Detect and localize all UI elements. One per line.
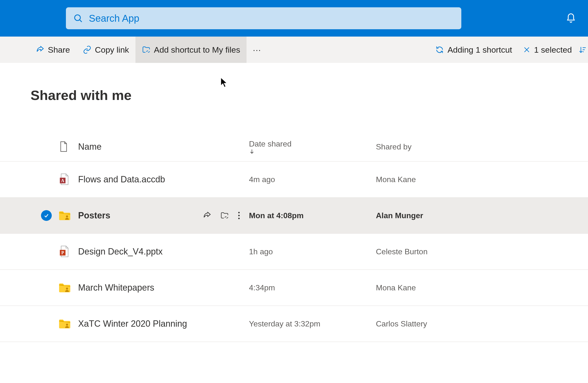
table-header-row: Name Date shared Shared by (0, 132, 588, 162)
date-shared: 1h ago (249, 247, 376, 256)
powerpoint-icon: P (59, 246, 78, 258)
copy-link-label: Copy link (95, 45, 129, 55)
command-bar: Share Copy link Add shortcut to My files… (0, 37, 588, 63)
folder-user-icon (59, 283, 78, 293)
svg-text:A: A (61, 178, 64, 183)
shared-by: Mona Kane (376, 283, 588, 292)
svg-point-0 (75, 15, 80, 20)
search-icon (73, 13, 83, 23)
shared-by: Mona Kane (376, 175, 588, 184)
search-input[interactable] (89, 13, 454, 24)
selected-count-label: 1 selected (534, 45, 572, 55)
file-icon (59, 141, 78, 153)
sort-arrow-down-icon (249, 149, 376, 154)
table-row[interactable]: A Flows and Data.accdb4m agoMona Kane (0, 162, 588, 198)
date-shared: Yesterday at 3:32pm (249, 319, 376, 328)
copy-link-button[interactable]: Copy link (76, 37, 135, 63)
svg-point-13 (238, 215, 240, 216)
search-box[interactable] (66, 7, 461, 29)
file-name[interactable]: Posters (78, 211, 110, 221)
folder-link-icon[interactable] (220, 211, 229, 220)
app-header (0, 0, 588, 37)
svg-point-11 (66, 215, 68, 217)
table-row[interactable]: Posters Mon at 4:08pmAlan Munger (0, 198, 588, 234)
notifications-icon[interactable] (566, 13, 576, 24)
svg-text:P: P (61, 250, 64, 255)
table-row[interactable]: P Design Deck_V4.pptx1h agoCeleste Burto… (0, 234, 588, 270)
file-name[interactable]: Design Deck_V4.pptx (78, 247, 163, 257)
shared-by: Alan Munger (376, 211, 588, 220)
more-icon[interactable] (238, 211, 240, 220)
sync-icon (435, 45, 444, 54)
svg-point-17 (66, 288, 68, 290)
svg-point-14 (238, 218, 240, 219)
col-name-label[interactable]: Name (78, 142, 102, 152)
close-icon (523, 46, 531, 54)
sort-button[interactable] (577, 37, 588, 63)
share-icon (36, 45, 44, 54)
more-label: ··· (253, 45, 261, 55)
link-icon (83, 45, 91, 54)
checkmark-icon[interactable] (41, 210, 52, 221)
date-shared: Mon at 4:08pm (249, 211, 376, 220)
share-button[interactable]: Share (29, 37, 76, 63)
col-date-label[interactable]: Date shared (249, 139, 292, 148)
col-sharedby-label[interactable]: Shared by (376, 142, 412, 151)
file-name[interactable]: XaTC Winter 2020 Planning (78, 319, 187, 329)
svg-point-12 (238, 212, 240, 213)
folder-user-icon (59, 211, 78, 221)
folder-link-icon (142, 45, 151, 54)
shared-by: Carlos Slattery (376, 319, 588, 328)
file-table: Name Date shared Shared by A Flows and D… (0, 132, 588, 342)
adding-shortcut-status: Adding 1 shortcut (430, 37, 517, 63)
more-button[interactable]: ··· (247, 37, 268, 63)
access-icon: A (59, 173, 78, 186)
page-title: Shared with me (0, 63, 588, 103)
add-shortcut-label: Add shortcut to My files (154, 45, 240, 55)
shared-by: Celeste Burton (376, 247, 588, 256)
svg-point-18 (66, 324, 68, 326)
file-name[interactable]: March Whitepapers (78, 283, 154, 293)
table-row[interactable]: XaTC Winter 2020 PlanningYesterday at 3:… (0, 306, 588, 342)
adding-shortcut-label: Adding 1 shortcut (447, 45, 512, 55)
svg-line-1 (80, 20, 82, 22)
sort-icon (578, 46, 587, 54)
clear-selection-button[interactable]: 1 selected (517, 37, 577, 63)
file-name[interactable]: Flows and Data.accdb (78, 174, 165, 185)
date-shared: 4m ago (249, 175, 376, 184)
table-row[interactable]: March Whitepapers4:34pmMona Kane (0, 270, 588, 306)
date-shared: 4:34pm (249, 283, 376, 292)
add-shortcut-button[interactable]: Add shortcut to My files (135, 37, 247, 63)
share-label: Share (48, 45, 70, 55)
folder-user-icon (59, 319, 78, 329)
share-icon[interactable] (203, 211, 211, 220)
